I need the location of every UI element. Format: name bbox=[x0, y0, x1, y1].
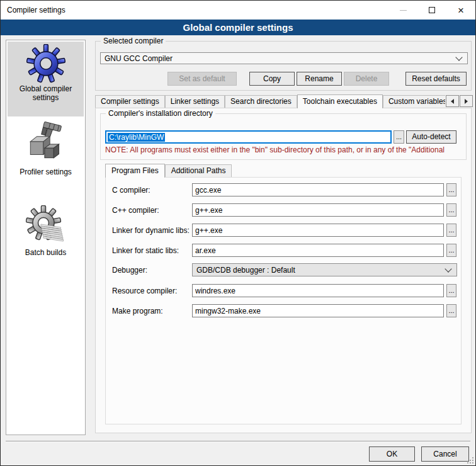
selected-compiler-group-label: Selected compiler bbox=[101, 37, 166, 45]
page-title: Global compiler settings bbox=[183, 22, 293, 33]
static-libs-linker-input[interactable] bbox=[192, 244, 444, 257]
settings-tab-bar: Compiler settings Linker settings Search… bbox=[95, 94, 445, 108]
field-row-make-program: Make program: ... bbox=[106, 304, 461, 318]
field-row-static-linker: Linker for static libs: ... bbox=[106, 244, 461, 258]
c-compiler-input[interactable] bbox=[192, 183, 444, 196]
browse-button[interactable]: ... bbox=[446, 203, 456, 217]
minimize-icon bbox=[400, 10, 407, 11]
reset-defaults-button[interactable]: Reset defaults bbox=[405, 72, 467, 86]
title-bar[interactable]: Compiler settings × bbox=[1, 1, 475, 20]
sidebar-item-label: Batch builds bbox=[8, 248, 84, 257]
field-row-resource-compiler: Resource compiler: ... bbox=[106, 284, 461, 298]
gray-gear-papers-icon bbox=[26, 205, 66, 247]
sidebar-item-global-compiler-settings[interactable]: Global compiler settings bbox=[8, 42, 84, 116]
maximize-icon bbox=[429, 7, 435, 13]
field-label: Linker for static libs: bbox=[112, 246, 179, 255]
program-files-panel: C compiler: ... C++ compiler: ... Linker… bbox=[105, 177, 462, 424]
compiler-settings-dialog: Compiler settings × Global compiler sett… bbox=[0, 0, 476, 466]
debugger-select[interactable]: GDB/CDB debugger : Default bbox=[192, 263, 457, 276]
minimize-button[interactable] bbox=[388, 1, 417, 20]
copy-button[interactable]: Copy bbox=[249, 72, 295, 86]
footer-separator bbox=[6, 441, 470, 442]
make-program-input[interactable] bbox=[192, 304, 444, 317]
field-label: Linker for dynamic libs: bbox=[112, 226, 190, 235]
caliper-cubes-icon bbox=[25, 121, 67, 166]
delete-button[interactable]: Delete bbox=[344, 72, 389, 86]
dynamic-libs-linker-input[interactable] bbox=[192, 224, 444, 237]
maximize-button[interactable] bbox=[417, 1, 446, 20]
auto-detect-button[interactable]: Auto-detect bbox=[406, 130, 456, 144]
field-label: C++ compiler: bbox=[112, 206, 159, 215]
field-row-c-compiler: C compiler: ... bbox=[106, 183, 461, 197]
left-arrow-icon bbox=[451, 99, 454, 104]
blue-gear-icon bbox=[26, 44, 65, 83]
debugger-value: GDB/CDB debugger : Default bbox=[196, 266, 295, 275]
subtab-program-files[interactable]: Program Files bbox=[105, 164, 165, 178]
field-label: C compiler: bbox=[112, 186, 150, 195]
field-row-cpp-compiler: C++ compiler: ... bbox=[106, 203, 461, 217]
sidebar-item-batch-builds[interactable]: Batch builds bbox=[8, 203, 84, 269]
browse-button[interactable]: ... bbox=[446, 244, 456, 257]
installation-directory-selected-text: C:\raylib\MinGW bbox=[108, 133, 165, 142]
sidebar-item-profiler-settings[interactable]: Profiler settings bbox=[8, 118, 84, 188]
tab-toolchain-executables[interactable]: Toolchain executables bbox=[297, 94, 383, 108]
selected-compiler-value: GNU GCC Compiler bbox=[105, 54, 173, 63]
browse-button[interactable]: ... bbox=[446, 224, 456, 237]
set-as-default-button[interactable]: Set as default bbox=[167, 72, 237, 86]
settings-category-list: Global compiler settings bbox=[6, 40, 86, 435]
sidebar-item-label: Profiler settings bbox=[8, 168, 84, 176]
chevron-down-icon bbox=[455, 54, 462, 60]
resize-grip[interactable] bbox=[467, 457, 473, 463]
executables-subtab-bar: Program Files Additional Paths bbox=[105, 163, 232, 178]
ok-button[interactable]: OK bbox=[369, 446, 415, 462]
tab-search-directories[interactable]: Search directories bbox=[225, 95, 297, 108]
field-label: Debugger: bbox=[112, 266, 147, 275]
field-row-dynamic-linker: Linker for dynamic libs: ... bbox=[106, 224, 461, 237]
rename-button[interactable]: Rename bbox=[297, 72, 342, 86]
tab-compiler-settings[interactable]: Compiler settings bbox=[95, 95, 165, 108]
tab-custom-variables[interactable]: Custom variables bbox=[383, 95, 445, 108]
close-icon: × bbox=[458, 5, 464, 16]
sidebar-item-label: Global compiler settings bbox=[8, 84, 84, 102]
close-button[interactable]: × bbox=[446, 1, 475, 20]
selected-compiler-group: Selected compiler GNU GCC Compiler Set a… bbox=[95, 41, 472, 91]
chevron-down-icon bbox=[445, 265, 451, 272]
dialog-body: Global compiler settings bbox=[1, 35, 475, 465]
installation-directory-group: Compiler's installation directory C:\ray… bbox=[100, 113, 467, 160]
tab-scroll-right-button[interactable] bbox=[460, 95, 473, 107]
cpp-compiler-input[interactable] bbox=[192, 203, 444, 217]
browse-directory-button[interactable]: ... bbox=[394, 130, 404, 144]
tab-scroll-left-button[interactable] bbox=[446, 95, 459, 107]
field-label: Make program: bbox=[112, 307, 163, 315]
right-arrow-icon bbox=[465, 99, 468, 104]
tab-linker-settings[interactable]: Linker settings bbox=[165, 95, 225, 108]
bin-subdirectory-note: NOTE: All programs must exist either in … bbox=[105, 145, 465, 154]
field-row-debugger: Debugger: GDB/CDB debugger : Default bbox=[106, 263, 461, 277]
toolchain-executables-panel: Compiler's installation directory C:\ray… bbox=[95, 108, 472, 433]
section-banner: Global compiler settings bbox=[1, 20, 475, 35]
resource-compiler-input[interactable] bbox=[192, 284, 444, 297]
field-label: Resource compiler: bbox=[112, 287, 177, 295]
subtab-additional-paths[interactable]: Additional Paths bbox=[165, 164, 232, 177]
selected-compiler-select[interactable]: GNU GCC Compiler bbox=[100, 52, 468, 64]
installation-directory-input[interactable]: C:\raylib\MinGW bbox=[105, 130, 392, 144]
browse-button[interactable]: ... bbox=[446, 304, 456, 317]
browse-button[interactable]: ... bbox=[446, 183, 456, 196]
browse-button[interactable]: ... bbox=[446, 284, 456, 297]
window-title: Compiler settings bbox=[7, 6, 65, 14]
cancel-button[interactable]: Cancel bbox=[421, 446, 469, 462]
installation-directory-group-label: Compiler's installation directory bbox=[106, 109, 215, 118]
